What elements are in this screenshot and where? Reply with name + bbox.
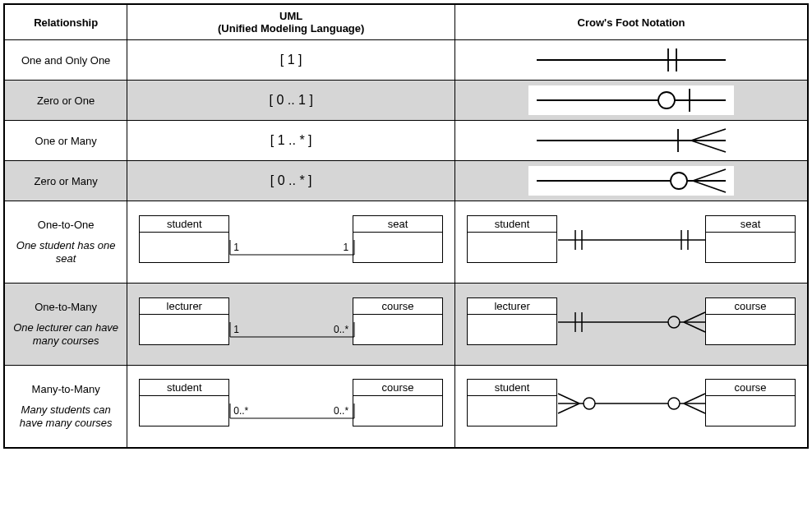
cf-association-icon — [462, 289, 800, 360]
header-relationship: Relationship — [4, 4, 127, 40]
rel-name: One and Only One — [4, 40, 127, 81]
header-uml: UML (Unified Modeling Language) — [127, 4, 455, 40]
uml-card-right: 0..* — [334, 405, 348, 417]
cf-one-and-only-one-icon — [528, 45, 734, 75]
cf-one-or-many-icon — [528, 126, 734, 155]
uml-card-left: 1 — [233, 242, 239, 253]
uml-association-icon — [134, 207, 448, 278]
crowfoot-diagram: student seat — [455, 201, 808, 284]
svg-line-14 — [693, 169, 726, 181]
cf-zero-or-one-icon — [528, 85, 734, 115]
svg-point-40 — [668, 398, 680, 409]
uml-card-right: 0..* — [334, 324, 348, 335]
header-crowfoot: Crow's Foot Notation — [455, 4, 808, 40]
uml-card-left: 0..* — [233, 405, 248, 417]
rel-name: Zero or One — [4, 81, 127, 121]
uml-notation: [ 1 .. * ] — [127, 121, 455, 161]
uml-notation: [ 0 .. 1 ] — [127, 81, 455, 121]
svg-line-15 — [693, 181, 726, 192]
uml-notation: [ 0 .. * ] — [127, 161, 455, 201]
svg-line-41 — [684, 394, 705, 403]
crowfoot-notation — [455, 40, 808, 81]
svg-line-39 — [558, 403, 579, 413]
uml-diagram: lecturer course 1 0..* — [127, 284, 455, 366]
svg-line-32 — [684, 322, 705, 332]
svg-point-12 — [671, 173, 687, 189]
uml-notation: [ 1 ] — [127, 40, 455, 81]
cf-association-icon — [462, 371, 800, 441]
rel-name: One or Many — [4, 121, 127, 161]
svg-point-30 — [668, 316, 680, 328]
svg-line-9 — [691, 129, 726, 141]
svg-point-37 — [584, 398, 595, 409]
crowfoot-notation — [455, 81, 808, 121]
notation-comparison-table: Relationship UML (Unified Modeling Langu… — [3, 3, 809, 449]
svg-line-10 — [691, 141, 726, 152]
svg-line-38 — [558, 394, 579, 403]
uml-association-icon — [134, 289, 448, 360]
uml-diagram: student course 0..* 0..* — [127, 366, 455, 448]
uml-diagram: student seat 1 1 — [127, 201, 455, 284]
row-many-to-many: Many-to-Many Many students can have many… — [4, 366, 808, 448]
row-one-to-one: One-to-One One student has one seat stud… — [4, 201, 808, 284]
rel-cell: One-to-One One student has one seat — [4, 201, 127, 284]
row-zero-or-one: Zero or One [ 0 .. 1 ] — [4, 81, 808, 121]
uml-association-icon — [134, 371, 448, 441]
cf-association-icon — [462, 207, 800, 278]
uml-card-left: 1 — [233, 324, 239, 335]
cf-zero-or-many-icon — [528, 166, 734, 196]
crowfoot-diagram: student course — [455, 366, 808, 448]
svg-line-42 — [684, 403, 705, 413]
crowfoot-notation — [455, 161, 808, 201]
rel-name: Zero or Many — [4, 161, 127, 201]
row-one-and-only-one: One and Only One [ 1 ] — [4, 40, 808, 81]
crowfoot-diagram: lecturer course — [455, 284, 808, 366]
row-one-to-many: One-to-Many One lecturer can have many c… — [4, 284, 808, 366]
crowfoot-notation — [455, 121, 808, 161]
row-zero-or-many: Zero or Many [ 0 .. * ] — [4, 161, 808, 201]
row-one-or-many: One or Many [ 1 .. * ] — [4, 121, 808, 161]
svg-line-31 — [684, 312, 705, 322]
uml-card-right: 1 — [343, 242, 348, 253]
rel-cell: One-to-Many One lecturer can have many c… — [4, 284, 127, 366]
rel-cell: Many-to-Many Many students can have many… — [4, 366, 127, 448]
svg-point-4 — [658, 92, 675, 108]
